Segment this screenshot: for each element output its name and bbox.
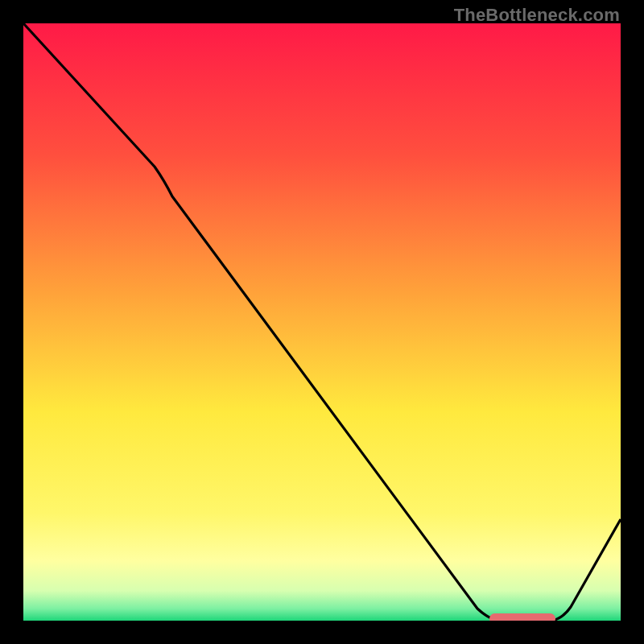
bottleneck-chart [23,23,621,621]
watermark-text: TheBottleneck.com [454,5,620,26]
optimal-zone-marker [489,613,555,621]
gradient-background [23,23,621,621]
chart-frame [23,23,621,621]
